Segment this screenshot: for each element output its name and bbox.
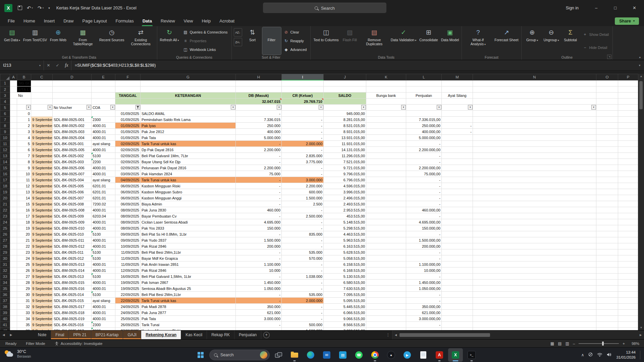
cell-E38[interactable]: 4000.01 — [92, 304, 115, 310]
cell-H29[interactable]: - — [236, 249, 282, 255]
cell-D26[interactable]: SDL-BK-0925-010 — [53, 231, 92, 237]
cell-N4[interactable] — [473, 99, 596, 105]
cell-N5[interactable]: ▼ — [473, 105, 596, 111]
cell-J31[interactable]: 6.158.515,00 — [324, 261, 366, 267]
cell-B26[interactable]: 20 — [17, 231, 31, 237]
cell-E13[interactable]: 5100 — [92, 153, 115, 159]
forecast-sheet-button[interactable]: ↗Forecast Sheet — [493, 27, 520, 55]
row-header-13[interactable]: 13 — [0, 153, 10, 159]
cell-L28[interactable]: 200.000,00 — [406, 243, 442, 249]
cell-D8[interactable]: SDL-BM-0925-002 — [53, 123, 92, 129]
cell-H35[interactable]: 1.050.000 — [236, 286, 282, 292]
cell-E42[interactable]: 2300 — [92, 328, 115, 330]
cell-O11[interactable] — [596, 141, 618, 147]
cell-D38[interactable]: SDL-BM-0925-017 — [53, 304, 92, 310]
cell-M19[interactable] — [442, 189, 473, 195]
cell-B25[interactable]: 19 — [17, 225, 31, 231]
cell-E26[interactable]: 5100 — [92, 231, 115, 237]
cell-J34[interactable]: 6.580.515,00 — [324, 280, 366, 286]
row-header-41[interactable]: 41 — [0, 322, 10, 328]
cell-I1[interactable] — [282, 80, 324, 86]
cell-N12[interactable] — [473, 147, 596, 153]
cell-O21[interactable] — [596, 201, 618, 207]
filter-dropdown-F[interactable] — [136, 105, 140, 110]
undo-button[interactable]: ↶▾ — [24, 3, 35, 13]
cell-F42[interactable]: 27/09/2025 — [115, 328, 141, 330]
cell-L8[interactable]: 250.000,00 — [406, 123, 442, 129]
filter-dropdown-D[interactable]: ▼ — [87, 105, 91, 110]
do-not-disturb-icon[interactable] — [588, 352, 593, 358]
cell-L4[interactable] — [406, 99, 442, 105]
cell-N32[interactable] — [473, 267, 596, 274]
taskbar-search[interactable]: Search — [209, 350, 270, 360]
cell-B6[interactable]: 0 — [17, 111, 31, 117]
cell-B9[interactable]: 3 — [17, 129, 31, 135]
cell-M36[interactable] — [442, 292, 473, 298]
cell-D4[interactable] — [53, 99, 92, 105]
cell-A13[interactable] — [10, 153, 17, 159]
cell-L27[interactable]: 1.500.000,00 — [406, 237, 442, 243]
cell-N18[interactable] — [473, 183, 596, 189]
cell-P4[interactable] — [618, 99, 638, 105]
dialog-launcher-icon[interactable]: ↘ — [607, 55, 611, 59]
cell-B42[interactable]: 36 — [17, 328, 31, 330]
cell-N36[interactable] — [473, 292, 596, 298]
cell-M24[interactable] — [442, 219, 473, 225]
cell-N25[interactable] — [473, 225, 596, 231]
cell-L11[interactable]: - — [406, 141, 442, 147]
data-validation-button[interactable]: ✓Data Validation▾ — [389, 27, 418, 55]
cell-H12[interactable]: 2.200.000 — [236, 147, 282, 153]
cell-M33[interactable] — [442, 274, 473, 280]
cell-D36[interactable]: SDL-BK-0925-014 — [53, 292, 92, 298]
cell-I18[interactable]: 2.200.000 — [282, 183, 324, 189]
cell-E22[interactable]: 4000.01 — [92, 207, 115, 213]
column-header-L[interactable]: L — [406, 74, 442, 80]
sort-button[interactable]: ⇅Sort — [243, 27, 262, 55]
cell-P32[interactable] — [618, 267, 638, 274]
cell-G13[interactable]: Beli Plat Galvanil 1Mm, 7Lbr — [141, 153, 236, 159]
recent-sources-button[interactable]: ◷Recent Sources — [98, 27, 126, 55]
chrome-icon[interactable] — [368, 348, 382, 362]
insert-function-icon[interactable]: fx — [62, 60, 71, 70]
cell-I26[interactable]: 835.000 — [282, 231, 324, 237]
cell-G29[interactable]: Beli Plat Besi 2Mm,1Lbr — [141, 249, 236, 255]
cell-J38[interactable]: 5.445.515,00 — [324, 304, 366, 310]
cell-B21[interactable]: 15 — [17, 201, 31, 207]
cell-M12[interactable] — [442, 147, 473, 153]
cell-D31[interactable]: SDL-BM-0925-013 — [53, 261, 92, 267]
cell-J1[interactable] — [324, 80, 366, 86]
cell-K40[interactable] — [366, 316, 406, 322]
cell-G16[interactable]: Pak Hamdan 2824 — [141, 171, 236, 177]
cell-D24[interactable]: SDL-BM-0925-009 — [53, 219, 92, 225]
cell-K3[interactable]: Bunga bank — [366, 93, 406, 99]
cell-K28[interactable] — [366, 243, 406, 249]
cell-F26[interactable]: 09/09/2025 — [115, 231, 141, 237]
cell-J39[interactable]: 6.066.515,00 — [324, 310, 366, 316]
cell-B38[interactable]: 32 — [17, 304, 31, 310]
cell-M23[interactable] — [442, 213, 473, 219]
row-header-20[interactable]: 20 — [0, 195, 10, 201]
cell-E3[interactable] — [92, 93, 115, 99]
cell-C21[interactable]: 9 September — [31, 201, 53, 207]
cell-P35[interactable] — [618, 286, 638, 292]
cell-C23[interactable]: 9 September — [31, 213, 53, 219]
cell-L24[interactable]: 4.695.000,00 — [406, 219, 442, 225]
cell-G2[interactable] — [141, 86, 236, 93]
cell-A24[interactable] — [10, 219, 17, 225]
get-data-button[interactable]: ▤Get Data▾ — [3, 27, 21, 55]
cell-N34[interactable] — [473, 280, 596, 286]
cell-J8[interactable]: 8.531.015,00 — [324, 123, 366, 129]
cell-C7[interactable]: 9 September — [31, 117, 53, 123]
cell-B20[interactable]: 14 — [17, 195, 31, 201]
scroll-down-icon[interactable]: ▼ — [638, 326, 644, 329]
cell-I3[interactable]: CR (Keluar) — [282, 93, 324, 99]
row-header-15[interactable]: 15 — [0, 165, 10, 171]
cell-G38[interactable]: Pak Madi 2878 — [141, 304, 236, 310]
sheet-nav-right-icon[interactable]: ▶ — [7, 330, 15, 339]
cell-I6[interactable] — [282, 111, 324, 117]
cell-B12[interactable]: 6 — [17, 147, 31, 153]
cell-E31[interactable]: 4000.01 — [92, 261, 115, 267]
row-header-2[interactable]: 2 — [0, 86, 10, 93]
cell-H18[interactable]: - — [236, 183, 282, 189]
cell-A15[interactable] — [10, 165, 17, 171]
